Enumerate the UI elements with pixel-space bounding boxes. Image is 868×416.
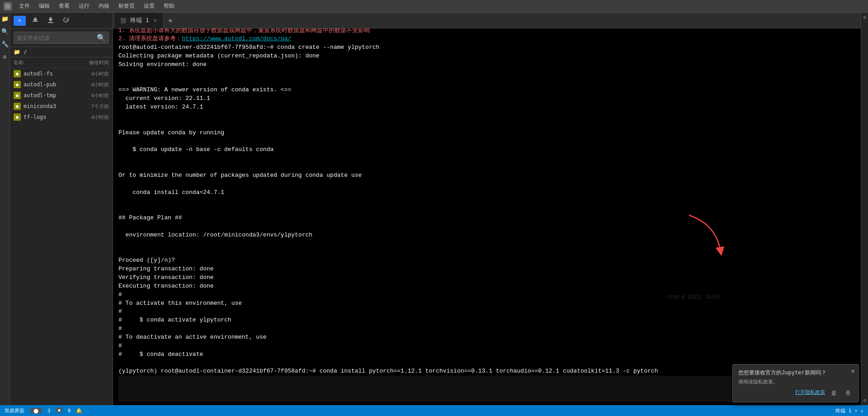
list-item[interactable]: ■ autodl-tmp 4小时前 [10, 90, 113, 101]
tab-add-button[interactable]: + [164, 13, 177, 28]
popup-close-button[interactable]: ✕ [851, 367, 855, 374]
task-indicator: ■ [56, 407, 62, 415]
menu-help[interactable]: 帮助 [162, 1, 176, 11]
terminal-content[interactable]: ████████████████████████████████████████… [113, 28, 861, 405]
svg-marker-2 [33, 17, 38, 21]
popup-notification: ✕ 您想要接收官方的Jupyter新闻吗？ 请阅读隐私政策。 打开隐私政策 是 … [732, 364, 859, 402]
terminal-line: ==> WARNING: A newer version of conda ex… [118, 86, 855, 95]
tab-close-button[interactable]: ✕ [153, 17, 158, 24]
popup-desc: 请阅读隐私政策。 [738, 378, 853, 385]
app-logo [4, 2, 12, 10]
terminal-line: current version: 22.11.1 [118, 95, 855, 103]
terminal-line: # [118, 325, 855, 333]
terminal-tab-1[interactable]: ⬛ 终端 1 ✕ [115, 13, 164, 28]
sidebar: + + 🔍 📁 / 名称 [10, 13, 113, 405]
popup-yes-button[interactable]: 是 [829, 389, 839, 397]
svg-rect-4 [48, 22, 53, 23]
plus-icon: + [18, 18, 21, 24]
terminal-line: # To activate this environment, use [118, 299, 855, 308]
search-box[interactable]: 🔍 [14, 32, 109, 44]
terminal-line [118, 240, 855, 248]
terminal-line [118, 112, 855, 120]
menu-settings[interactable]: 设置 [142, 1, 156, 11]
terminal-line: conda install conda=24.7.1 [118, 189, 855, 197]
terminal-line [118, 78, 855, 86]
menu-kernel[interactable]: 内核 [97, 1, 111, 11]
file-mtime: 4小时前 [82, 71, 109, 77]
file-name: autodl-tmp [24, 92, 82, 99]
file-name: tf-logs [24, 114, 82, 120]
list-item[interactable]: ■ miniconda3 7个月前 [10, 101, 113, 112]
tab-label: 终端 1 [130, 16, 149, 24]
list-item[interactable]: ■ autodl-pub 4小时前 [10, 79, 113, 90]
file-name: autodl-fs [24, 71, 82, 77]
upload-button[interactable] [29, 15, 41, 26]
terminal-line: Collecting package metadata (current_rep… [118, 52, 855, 61]
terminal-line [118, 120, 855, 129]
menu-run[interactable]: 运行 [77, 1, 91, 11]
terminal-icon: ⬛ [120, 18, 127, 24]
menu-edit[interactable]: 编辑 [37, 1, 52, 11]
popup-privacy-link[interactable]: 打开隐私政策 [795, 389, 825, 397]
search-input[interactable] [17, 35, 97, 41]
terminal-line: Preparing transaction: done [118, 265, 855, 274]
terminal-line: $ conda update -n base -c defaults conda [118, 146, 855, 154]
terminal-line: Executing transaction: done [118, 282, 855, 291]
terminal-line: Verifying transaction: done [118, 274, 855, 282]
sidebar-search: 🔍 [10, 29, 113, 47]
menu-view[interactable]: 查看 [57, 1, 71, 11]
terminal-line: environment location: /root/miniconda3/e… [118, 231, 855, 240]
download-button[interactable] [45, 15, 57, 26]
svg-rect-1 [33, 21, 38, 22]
popup-actions: 打开隐私政策 是 否 [738, 389, 853, 397]
terminal-status: 终端 1 ↑ ↓ [835, 407, 863, 414]
terminal-warning-2: 2. 清理系统盘请参考：https://www.autodl.com/docs/… [118, 35, 855, 43]
file-name: miniconda3 [24, 103, 82, 109]
list-item[interactable]: ■ tf-logs 4小时前 [10, 112, 113, 123]
terminal-line: # $ conda deactivate [118, 350, 855, 359]
folder-icon: ■ [14, 92, 21, 99]
svg-point-0 [5, 4, 10, 9]
right-settings-icon-2[interactable]: ⚙ [863, 397, 866, 403]
files-icon[interactable]: 📁 [1, 14, 9, 23]
refresh-button[interactable] [60, 15, 72, 26]
file-list: ■ autodl-fs 4小时前 ■ autodl-pub 4小时前 ■ aut… [10, 68, 113, 405]
sidebar-column-headers: 名称 修改时间 [10, 57, 113, 68]
settings-icon[interactable]: ⚙️ [1, 52, 9, 61]
terminal-line: Solving environment: done [118, 61, 855, 69]
task-count: 0 [68, 408, 71, 414]
status-left: 简易界面 ⬤ 3 ■ 0 🔔 [5, 407, 82, 415]
popup-no-button[interactable]: 否 [843, 389, 853, 397]
search-sidebar-icon[interactable]: 🔍 [1, 27, 9, 35]
menu-tabs[interactable]: 标签页 [117, 1, 137, 11]
terminal-line: Or to minimize the number of packages up… [118, 171, 855, 180]
menu-file[interactable]: 文件 [17, 1, 32, 11]
terminal-area: ⬛ 终端 1 ✕ + █████████████████████████████… [113, 13, 861, 405]
list-item[interactable]: ■ autodl-fs 4小时前 [10, 68, 113, 79]
terminal-count: 3 [47, 408, 51, 414]
col-name-header: 名称 [14, 59, 77, 66]
svg-text:■: ■ [58, 408, 60, 412]
terminal-line: ## Package Plan ## [118, 214, 855, 222]
folder-icon: ■ [14, 70, 21, 77]
simple-mode-label: 简易界面 [5, 407, 24, 414]
file-mtime: 4小时前 [82, 81, 109, 88]
terminal-line [118, 163, 855, 171]
tab-bar: ⬛ 终端 1 ✕ + [113, 13, 861, 28]
terminal-prompt-line: root@autodl-container-d32241bf67-7f958af… [118, 43, 855, 52]
terminal-line: # $ conda activate ylpytorch [118, 316, 855, 325]
terminal-line: Please update conda by running [118, 129, 855, 137]
file-name: autodl-pub [24, 81, 82, 88]
terminal-warning-1: 1. 系统盘超小请将大的数据存放于数据盘或网盘中，重置系统时数据盘和网盘中的数据… [118, 28, 855, 35]
extensions-icon[interactable]: 🔧 [1, 40, 9, 48]
right-settings-icon[interactable]: ⚙ [863, 14, 866, 20]
notification-icon: 🔔 [76, 408, 82, 414]
terminal-line [118, 222, 855, 231]
terminal-line [118, 180, 855, 189]
col-mtime-header: 修改时间 [77, 59, 109, 66]
menu-bar: 文件 编辑 查看 运行 内核 标签页 设置 帮助 [0, 0, 868, 13]
simple-mode-toggle[interactable]: ⬤ [30, 408, 42, 414]
terminal-line [118, 69, 855, 78]
new-button[interactable]: + + [14, 16, 26, 26]
activity-bar: 📁 🔍 🔧 ⚙️ [0, 13, 10, 405]
